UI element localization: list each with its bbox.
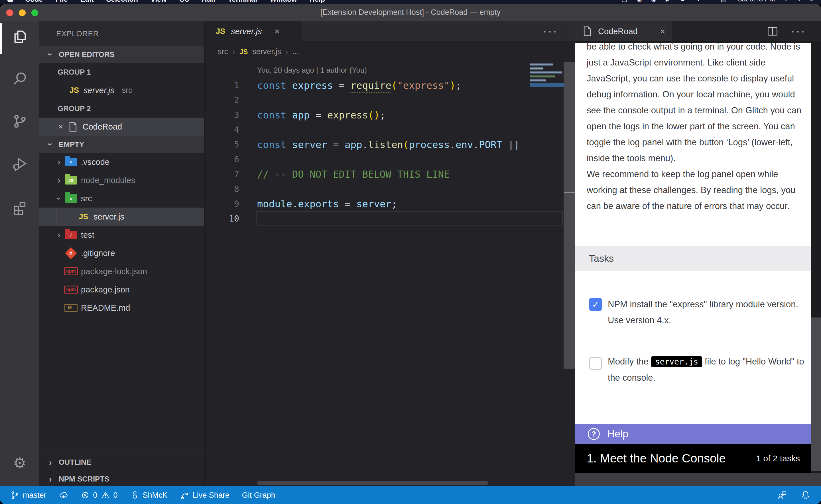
horizontal-scrollbar[interactable]: [257, 481, 488, 485]
task1-checkbox-checked[interactable]: ✓: [589, 298, 602, 311]
split-editor-icon[interactable]: [767, 26, 778, 36]
tree-item--gitignore[interactable]: ⋔.gitignore: [39, 244, 204, 262]
explorer-sidebar: EXPLORER › OPEN EDITORS GROUP 1 JS serve…: [39, 21, 204, 486]
menubar-status-icon[interactable]: ∿: [695, 0, 700, 3]
status-problems[interactable]: 0 0: [81, 491, 118, 500]
tree-item-test[interactable]: ›/test: [39, 226, 204, 244]
tab-coderoad[interactable]: CodeRoad ×: [575, 21, 672, 41]
breadcrumb[interactable]: src › JS server.js › ...: [205, 41, 575, 62]
chevron-right-icon: ›: [233, 48, 235, 56]
tree-item-server-js[interactable]: JSserver.js: [39, 208, 204, 226]
close-icon[interactable]: ×: [58, 122, 63, 132]
open-editors-header[interactable]: › OPEN EDITORS: [39, 46, 204, 63]
tree-item-label: server.js: [93, 212, 124, 222]
code-line-9[interactable]: 9module.exports = server;: [205, 196, 575, 211]
minimap[interactable]: [530, 63, 563, 83]
search-icon[interactable]: [12, 71, 27, 86]
menu-selection[interactable]: Selection: [106, 0, 138, 3]
line-number: 9: [205, 196, 239, 211]
code-editor[interactable]: 1const express = require("express");23co…: [205, 78, 575, 226]
menu-edit[interactable]: Edit: [80, 0, 94, 3]
close-icon[interactable]: ×: [275, 26, 280, 37]
code-line-6[interactable]: 6: [205, 152, 575, 167]
status-live-share[interactable]: Live Share: [180, 491, 230, 500]
extensions-icon[interactable]: [12, 200, 27, 215]
chevron-right-icon[interactable]: ›: [55, 158, 63, 166]
code-line-8[interactable]: 8: [205, 182, 575, 196]
code-line-1[interactable]: 1const express = require("express");: [205, 78, 575, 93]
bell-icon[interactable]: [800, 490, 811, 500]
folder-section-header[interactable]: › EMPTY: [39, 136, 204, 153]
traffic-light-close[interactable]: [6, 9, 13, 16]
tab-serverjs[interactable]: JS server.js ×: [205, 21, 302, 41]
code-line-4[interactable]: 4: [205, 122, 575, 137]
tree-item-label: .vscode: [81, 157, 109, 167]
menubar-clock[interactable]: Sat 9:45 PM: [738, 0, 775, 3]
codelens-annotation[interactable]: You, 20 days ago | 1 author (You): [257, 62, 367, 78]
titlebar[interactable]: [Extension Development Host] - CodeRoad …: [0, 4, 821, 21]
chevron-right-icon[interactable]: ›: [55, 231, 63, 239]
menubar-status-icon[interactable]: ▶: [666, 0, 671, 3]
tree-item--vscode[interactable]: ›×.vscode: [39, 153, 204, 171]
panel-scrollbar-thumb[interactable]: [811, 317, 821, 471]
vertical-scrollbar[interactable]: [563, 62, 575, 369]
traffic-light-minimize[interactable]: [19, 9, 26, 16]
menu-code[interactable]: Code: [25, 0, 43, 3]
js-file-icon: JS: [70, 86, 79, 95]
open-editor-item-serverjs[interactable]: JS server.js src: [39, 81, 204, 99]
menu-run[interactable]: Run: [201, 0, 216, 3]
explorer-icon[interactable]: [12, 29, 27, 44]
menu-file[interactable]: File: [56, 0, 68, 3]
apple-menu-icon[interactable]: [7, 0, 13, 2]
code-line-7[interactable]: 7// -- DO NOT EDIT BELOW THIS LINE: [205, 167, 575, 182]
menubar-status-icon[interactable]: ◌: [784, 0, 788, 3]
tree-item-label: .gitignore: [81, 249, 115, 258]
menu-terminal[interactable]: Terminal: [228, 0, 257, 3]
chevron-down-icon[interactable]: ›: [55, 195, 63, 202]
panel-scrollbar-track[interactable]: [811, 41, 821, 473]
status-sync[interactable]: [59, 491, 68, 500]
menu-window[interactable]: Window: [270, 0, 297, 3]
close-icon[interactable]: ×: [660, 26, 665, 37]
code-line-10[interactable]: 10: [205, 211, 575, 226]
code-line-5[interactable]: 5const server = app.listen(process.env.P…: [205, 137, 575, 152]
tree-item-src[interactable]: ›‹›src: [39, 189, 204, 208]
feedback-icon[interactable]: [777, 490, 787, 500]
traffic-light-maximize[interactable]: [31, 9, 38, 16]
open-editor-item-coderoad[interactable]: × CodeRoad: [39, 118, 204, 136]
minimap-slider[interactable]: [530, 83, 563, 87]
inline-code-chip: server.js: [651, 356, 703, 367]
menu-go[interactable]: Go: [179, 0, 189, 3]
tree-item-package-lock-json[interactable]: npmpackage-lock.json: [39, 262, 204, 280]
editor-more-actions[interactable]: ···: [543, 21, 558, 41]
code-line-2[interactable]: 2: [205, 93, 575, 108]
menubar-status-icon[interactable]: ≡: [810, 0, 814, 3]
menu-view[interactable]: View: [150, 0, 167, 3]
menu-help[interactable]: Help: [310, 0, 325, 3]
tree-item-package-json[interactable]: npmpackage.json: [39, 280, 204, 299]
status-branch[interactable]: master: [10, 491, 46, 500]
settings-gear-icon[interactable]: ⚙: [12, 456, 27, 470]
menubar-status-icon[interactable]: ◑: [797, 0, 801, 3]
npm-scripts-section-header[interactable]: › NPM SCRIPTS: [39, 471, 204, 486]
outline-section-header[interactable]: › OUTLINE: [39, 454, 204, 470]
status-shmck[interactable]: ShMcK: [130, 491, 167, 500]
status-git-graph[interactable]: Git Graph: [242, 491, 275, 500]
code-line-3[interactable]: 3const app = express();: [205, 108, 575, 122]
lesson-footer[interactable]: 1. Meet the Node Console 1 of 2 tasks: [575, 444, 811, 473]
help-bar[interactable]: ? Help: [575, 424, 811, 444]
source-control-icon[interactable]: [12, 114, 27, 129]
menubar-status-icon[interactable]: ▤: [721, 0, 727, 3]
menubar-status-icon[interactable]: ◉: [651, 0, 657, 3]
menubar-status-icon[interactable]: •: [709, 0, 712, 3]
task2-checkbox-unchecked[interactable]: [589, 357, 602, 370]
status-bar: master 0 0 ShMcK Live Share Git Graph: [0, 486, 821, 504]
menubar-status-icon[interactable]: ▲: [680, 0, 686, 3]
tree-item-readme-md[interactable]: M↓README.md: [39, 299, 204, 317]
tree-item-node-modules[interactable]: ›JSnode_modules: [39, 171, 204, 189]
menubar-status-icon[interactable]: ◉: [637, 0, 642, 3]
run-debug-icon[interactable]: [12, 156, 27, 171]
panel-more-actions[interactable]: ···: [791, 25, 806, 38]
menubar-status-icon[interactable]: ▢: [622, 0, 628, 3]
chevron-right-icon[interactable]: ›: [55, 176, 63, 185]
